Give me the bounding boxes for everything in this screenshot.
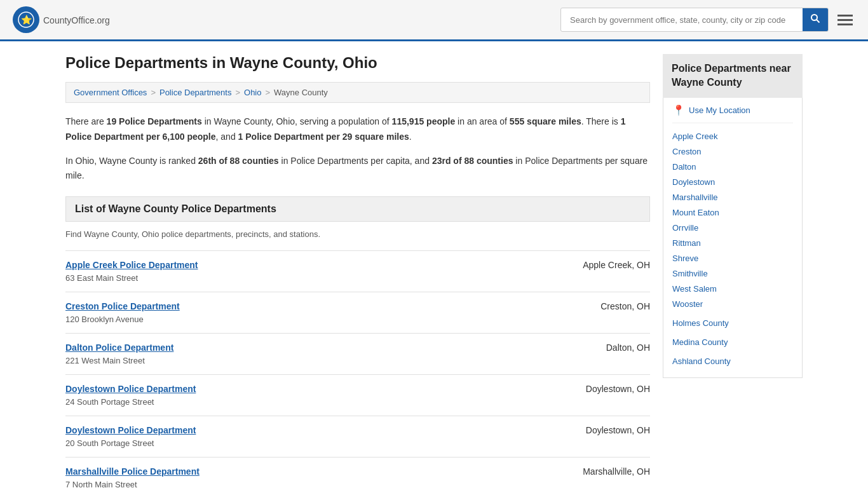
sidebar-county-link[interactable]: Medina County [672, 337, 728, 347]
dept-address: 221 West Main Street [65, 356, 145, 365]
menu-line [837, 15, 853, 17]
sidebar-body: 📍 Use My Location Apple CreekCrestonDalt… [663, 98, 803, 378]
table-row: Doylestown Police Department 20 South Po… [65, 416, 650, 458]
breadcrumb-link-gov[interactable]: Government Offices [74, 88, 147, 97]
dept-info: Doylestown Police Department 20 South Po… [65, 425, 196, 448]
list-item: Dalton [672, 161, 793, 172]
dept-name-link[interactable]: Creston Police Department [65, 301, 180, 311]
list-item: Medina County [672, 333, 793, 347]
list-item: Rittman [672, 238, 793, 248]
list-item: Smithville [672, 268, 793, 278]
search-input[interactable] [561, 10, 803, 30]
bold-police-count: 19 Police Departments [107, 116, 202, 126]
dept-city: Doylestown, OH [586, 384, 650, 394]
dept-name-link[interactable]: Doylestown Police Department [65, 425, 196, 435]
bold-population: 115,915 people [392, 116, 456, 126]
description-paragraph-1: There are 19 Police Departments in Wayne… [65, 114, 650, 145]
list-item: Orrville [672, 222, 793, 233]
list-item: Shreve [672, 253, 793, 263]
table-row: Apple Creek Police Department 63 East Ma… [65, 251, 650, 292]
menu-line [837, 19, 853, 21]
list-item: Mount Eaton [672, 207, 793, 217]
list-item: Marshallville [672, 192, 793, 202]
sidebar-city-links: Apple CreekCrestonDaltonDoylestownMarsha… [672, 131, 793, 366]
dept-address: 24 South Portage Street [65, 397, 154, 407]
list-item: Wooster [672, 299, 793, 309]
sidebar-city-link[interactable]: Rittman [672, 238, 701, 248]
header: ⭐ CountyOffice.org [0, 0, 868, 41]
table-row: Doylestown Police Department 24 South Po… [65, 375, 650, 416]
sidebar-city-link[interactable]: Marshallville [672, 193, 718, 202]
sidebar-location: 📍 Use My Location [672, 104, 793, 123]
dept-city: Doylestown, OH [586, 425, 650, 435]
dept-info: Dalton Police Department 221 West Main S… [65, 342, 173, 365]
main-wrapper: Police Departments in Wayne County, Ohio… [53, 41, 815, 488]
sidebar-city-link[interactable]: West Salem [672, 284, 717, 294]
sidebar-city-link[interactable]: Apple Creek [672, 132, 718, 141]
bold-per-sqmile: 1 Police Department per 29 square miles [238, 132, 409, 142]
description-paragraph-2: In Ohio, Wayne County is ranked 26th of … [65, 154, 650, 184]
breadcrumb-link-police[interactable]: Police Departments [159, 88, 231, 97]
header-right [560, 8, 855, 32]
dept-city: Dalton, OH [606, 342, 650, 353]
list-item: Ashland County [672, 352, 793, 366]
table-row: Marshallville Police Department 7 North … [65, 458, 650, 488]
sidebar-city-link[interactable]: Orrville [672, 223, 698, 233]
dept-name-link[interactable]: Marshallville Police Department [65, 466, 200, 477]
sidebar-city-link[interactable]: Wooster [672, 299, 703, 309]
list-item: West Salem [672, 283, 793, 294]
dept-name-link[interactable]: Doylestown Police Department [65, 384, 196, 394]
list-item: Holmes County [672, 314, 793, 328]
dept-address: 120 Brooklyn Avenue [65, 315, 144, 324]
dept-city: Marshallville, OH [583, 466, 650, 477]
dept-info: Creston Police Department 120 Brooklyn A… [65, 301, 180, 324]
sidebar-county-link[interactable]: Ashland County [672, 356, 731, 366]
logo-area: ⭐ CountyOffice.org [13, 6, 110, 33]
dept-city: Apple Creek, OH [583, 260, 650, 270]
sidebar-city-link[interactable]: Doylestown [672, 177, 715, 187]
dept-address: 7 North Main Street [65, 480, 137, 488]
section-subtext: Find Wayne County, Ohio police departmen… [65, 229, 650, 239]
svg-text:⭐: ⭐ [21, 15, 32, 25]
dept-info: Doylestown Police Department 24 South Po… [65, 384, 196, 407]
section-header: List of Wayne County Police Departments [65, 196, 650, 222]
menu-line [837, 24, 853, 25]
breadcrumb-current: Wayne County [274, 88, 328, 97]
dept-info: Marshallville Police Department 7 North … [65, 466, 200, 488]
dept-info: Apple Creek Police Department 63 East Ma… [65, 260, 198, 283]
sidebar-header: Police Departments near Wayne County [663, 54, 803, 98]
sidebar: Police Departments near Wayne County 📍 U… [663, 54, 803, 488]
bold-rank-sqmile: 23rd of 88 counties [432, 156, 513, 166]
dept-address: 20 South Portage Street [65, 438, 154, 448]
bold-rank-capita: 26th of 88 counties [198, 156, 279, 166]
table-row: Creston Police Department 120 Brooklyn A… [65, 292, 650, 334]
logo-text: CountyOffice.org [43, 13, 110, 27]
search-button[interactable] [803, 8, 828, 31]
sidebar-city-link[interactable]: Mount Eaton [672, 208, 719, 217]
svg-point-2 [811, 15, 817, 20]
breadcrumb-link-ohio[interactable]: Ohio [244, 88, 261, 97]
sidebar-city-link[interactable]: Creston [672, 147, 702, 156]
list-item: Doylestown [672, 177, 793, 187]
breadcrumb: Government Offices > Police Departments … [65, 82, 650, 103]
sidebar-city-link[interactable]: Shreve [672, 254, 698, 263]
list-item: Apple Creek [672, 131, 793, 141]
dept-city: Creston, OH [600, 301, 650, 311]
dept-name-link[interactable]: Apple Creek Police Department [65, 260, 198, 270]
sidebar-city-link[interactable]: Smithville [672, 269, 708, 278]
sidebar-city-link[interactable]: Dalton [672, 162, 696, 172]
bold-area: 555 square miles [510, 116, 581, 126]
list-item: Creston [672, 146, 793, 156]
use-my-location-link[interactable]: Use My Location [689, 105, 750, 115]
page-title: Police Departments in Wayne County, Ohio [65, 54, 650, 72]
department-list: Apple Creek Police Department 63 East Ma… [65, 250, 650, 488]
dept-name-link[interactable]: Dalton Police Department [65, 342, 173, 353]
content-area: Police Departments in Wayne County, Ohio… [65, 54, 650, 488]
dept-address: 63 East Main Street [65, 273, 138, 283]
hamburger-menu-button[interactable] [835, 12, 855, 28]
table-row: Dalton Police Department 221 West Main S… [65, 334, 650, 375]
search-bar [560, 8, 829, 32]
sidebar-county-link[interactable]: Holmes County [672, 318, 729, 328]
logo-icon: ⭐ [13, 6, 39, 33]
svg-line-3 [817, 20, 820, 23]
